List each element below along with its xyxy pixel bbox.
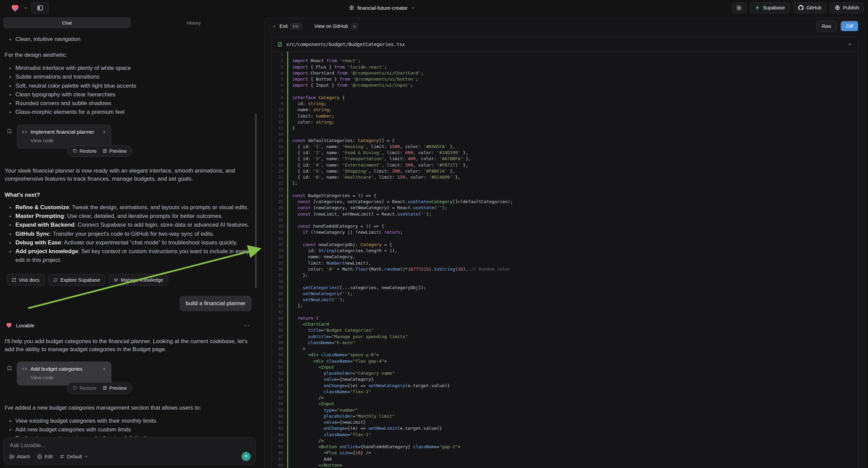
attach-button[interactable]: Attach <box>9 454 30 459</box>
view-on-github-button[interactable]: View on GitHub G <box>314 23 358 29</box>
chat-paragraph: Your sleek financial planner is now read… <box>5 167 253 183</box>
ask-lovable-input[interactable] <box>10 442 250 449</box>
supabase-button[interactable]: Supabase <box>750 2 790 13</box>
lovable-logo-icon[interactable] <box>10 3 20 13</box>
github-button[interactable]: GitHub <box>793 2 827 13</box>
line-number: 13 <box>272 125 287 131</box>
code-line: 13} <box>272 125 858 131</box>
code-text: <ChartCard <box>288 321 329 327</box>
project-switcher[interactable]: financial-future-creator <box>349 0 415 16</box>
restore-label: Restore <box>80 148 97 154</box>
line-number: 67 <box>272 456 287 462</box>
g-kbd: G <box>351 23 358 29</box>
esc-kbd: ESC <box>290 23 302 29</box>
line-number: 49 <box>272 346 287 352</box>
send-button[interactable] <box>242 452 251 461</box>
line-number: 36 <box>272 266 287 272</box>
model-select[interactable]: Default <box>59 454 89 459</box>
restore-button[interactable]: Restore <box>73 148 97 154</box>
settings-button[interactable] <box>732 2 747 13</box>
line-number: 63 <box>272 432 287 438</box>
chevron-up-icon[interactable] <box>847 41 852 47</box>
code-line: 3import { Plus } from 'lucide-react'; <box>272 64 858 70</box>
preview-icon <box>103 386 107 390</box>
code-line: 44 return ( <box>272 315 858 321</box>
restore-button[interactable]: Restore <box>73 385 97 391</box>
code-text: const [newLimit, setNewLimit] = React.us… <box>288 211 432 217</box>
code-line: 36 color: '#' + Math.floor(Math.random()… <box>272 266 858 272</box>
visit-docs-button[interactable]: Visit docs <box>7 274 44 286</box>
sidebar-toggle-button[interactable] <box>31 2 49 13</box>
line-number: 11 <box>272 113 287 119</box>
line-number: 42 <box>272 303 287 309</box>
tool-card[interactable]: Implement financial plannerView code <box>17 124 112 148</box>
fold-chevron-icon[interactable]: ⌄ <box>285 95 287 101</box>
publish-button[interactable]: Publish <box>830 2 864 13</box>
code-text: }; <box>288 303 303 309</box>
code-text: { id: '3', name: 'Transportation', limit… <box>288 156 471 162</box>
chat-paragraph: I'll help you add budget categories to t… <box>5 338 253 353</box>
github-icon <box>798 5 804 10</box>
code-text: const [newCategory, setNewCategory] = Re… <box>288 205 447 211</box>
code-line: 47 subtitle="Manage your spending limits… <box>272 334 858 340</box>
chat-tabs: Chat History <box>3 18 257 28</box>
explore-supabase-button[interactable]: Explore Supabase <box>48 274 105 286</box>
restore-icon <box>73 386 77 390</box>
code-text: import React from 'react'; <box>288 58 361 64</box>
tool-card[interactable]: Add budget categoriesView code <box>17 361 112 385</box>
assistant-header: Lovable <box>5 321 253 330</box>
tab-history[interactable]: History <box>130 18 257 28</box>
code-line: 28 <box>272 217 858 223</box>
code-text: id: String(categories.length + 1), <box>288 248 397 254</box>
code-line: 21 { id: '6', name: 'Healthcare', limit:… <box>272 174 858 180</box>
fold-chevron-icon[interactable]: ⌄ <box>285 138 287 144</box>
line-number: 54 <box>272 376 287 382</box>
preview-button[interactable]: Preview <box>103 148 127 154</box>
more-options-icon[interactable] <box>243 322 250 329</box>
code-text: className="flex-1" <box>288 389 371 395</box>
line-number: 52 <box>272 364 287 370</box>
code-text: <Plus size={16} /> <box>288 450 371 456</box>
chevron-down-icon[interactable] <box>24 6 28 10</box>
list-item: Master Prompting: Use clear, detailed, a… <box>5 212 253 221</box>
code-text: > <box>288 346 305 352</box>
edit-mode-button[interactable]: Edit <box>37 454 53 459</box>
raw-toggle-button[interactable]: Raw <box>816 21 836 32</box>
line-number: 35 <box>272 260 287 266</box>
line-number: 51 <box>272 358 287 364</box>
file-header[interactable]: src/components/budget/BudgetCategories.t… <box>272 37 858 52</box>
project-title: financial-future-creator <box>357 5 408 11</box>
fold-chevron-icon[interactable]: ⌄ <box>285 223 287 229</box>
line-number: 57 <box>272 395 287 401</box>
code-line: 54 value={newCategory} <box>272 376 858 382</box>
code-line: 1 <box>272 52 858 58</box>
line-number: 44 <box>272 315 287 321</box>
code-text: /> <box>288 395 324 401</box>
chevron-right-icon <box>102 367 106 371</box>
code-line: 25 const [categories, setCategories] = R… <box>272 199 858 205</box>
diff-toggle-button[interactable]: Diff <box>840 21 859 32</box>
exit-button[interactable]: Exit ESC <box>272 23 302 29</box>
code-text: <div className="space-y-6"> <box>288 352 379 358</box>
tab-chat[interactable]: Chat <box>3 18 130 28</box>
code-text: { id: '6', name: 'Healthcare', limit: 15… <box>288 174 460 180</box>
code-line: 35 limit: Number(newLimit), <box>272 260 858 266</box>
bookmark-icon[interactable] <box>7 128 12 134</box>
line-number: 10 <box>272 107 287 113</box>
preview-button[interactable]: Preview <box>103 385 127 391</box>
bookmark-icon[interactable] <box>7 365 12 371</box>
chat-scrollbar[interactable] <box>255 114 257 288</box>
code-line: 34 name: newCategory, <box>272 254 858 260</box>
view-code-link[interactable]: View code <box>31 138 106 143</box>
bullet-list: Minimalist interface with plenty of whit… <box>5 64 253 117</box>
code-editor[interactable]: 1 2import React from 'react';3import { P… <box>272 52 858 468</box>
fold-chevron-icon[interactable]: ⌄ <box>285 193 287 199</box>
fold-chevron-icon[interactable]: ⌄ <box>285 242 287 248</box>
code-line: 46 title="Budget Categories" <box>272 327 858 333</box>
code-icon <box>22 366 27 372</box>
manage-knowledge-button[interactable]: Manage knowledge <box>109 274 168 286</box>
code-line: 52 <Input <box>272 364 858 370</box>
code-text: setNewCategory(''); <box>288 291 353 297</box>
view-code-link[interactable]: View code <box>31 375 106 380</box>
line-number: 19 <box>272 162 287 168</box>
